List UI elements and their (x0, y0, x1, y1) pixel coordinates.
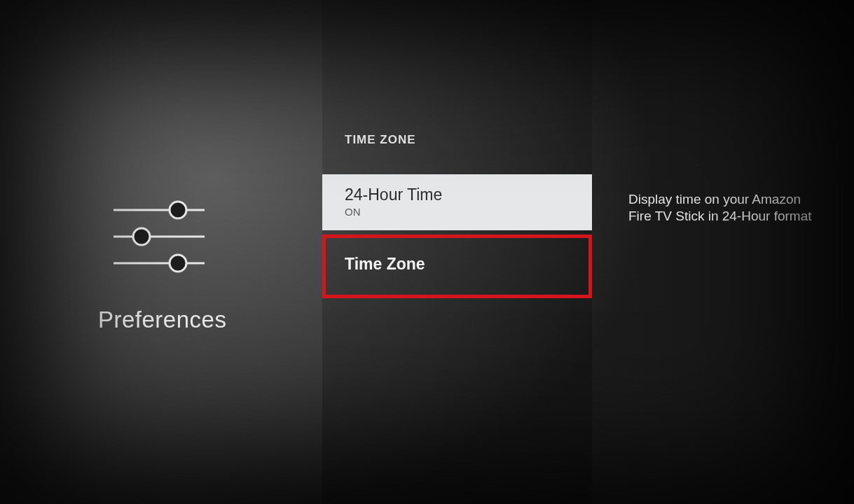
left-pane: Preferences (0, 0, 322, 504)
svg-point-5 (170, 255, 186, 272)
menu-item-title: Time Zone (345, 255, 570, 274)
menu-item-24-hour-time[interactable]: 24-Hour Time ON (322, 174, 592, 230)
svg-point-3 (133, 228, 150, 245)
menu-item-time-zone[interactable]: Time Zone (322, 234, 592, 298)
right-pane: Display time on your Amazon Fire TV Stic… (592, 0, 854, 504)
section-header: TIME ZONE (345, 133, 416, 147)
sliders-icon (113, 196, 205, 276)
settings-list: TIME ZONE 24-Hour Time ON Time Zone (322, 0, 592, 504)
menu-item-value: ON (345, 206, 570, 218)
svg-point-1 (170, 202, 186, 218)
page-title: Preferences (98, 307, 226, 333)
item-description: Display time on your Amazon Fire TV Stic… (628, 191, 826, 225)
menu-item-title: 24-Hour Time (345, 186, 570, 204)
settings-screen: Preferences TIME ZONE 24-Hour Time ON Ti… (0, 0, 854, 504)
